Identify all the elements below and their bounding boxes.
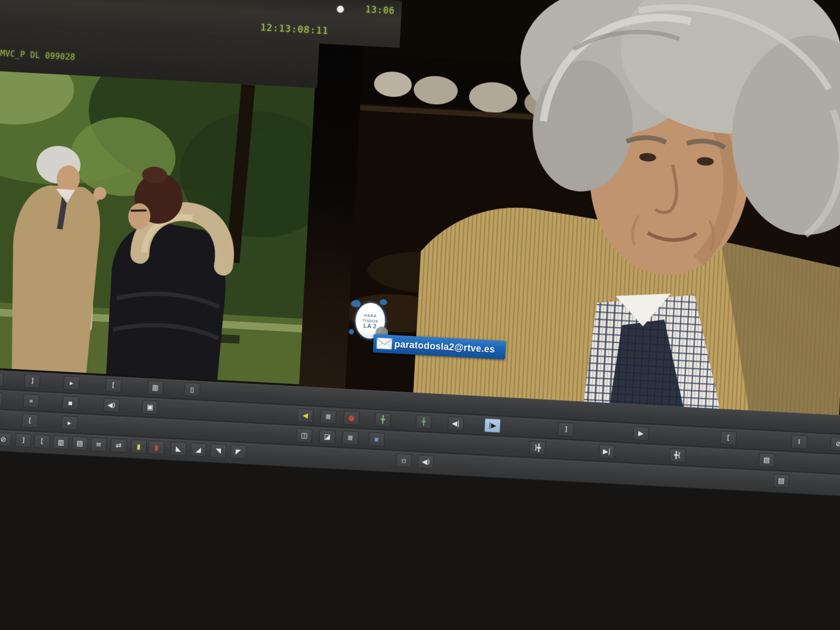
effect-mode-button[interactable]: ▯ — [184, 382, 200, 397]
logo-line-1: PARA — [364, 313, 377, 318]
audio-monitor-button[interactable]: ◀) — [103, 398, 119, 413]
link-toggle-button[interactable]: ⊘ — [0, 432, 12, 447]
trim-right-button[interactable]: ◥ — [210, 444, 226, 458]
stop-button[interactable]: ▪ — [62, 396, 79, 411]
source-monitor-scene — [0, 71, 315, 384]
extend-button[interactable]: ╋[ — [669, 448, 686, 463]
segment-mode-a-button[interactable]: ≡ — [90, 437, 107, 452]
monitor-screen: 12:13:08:11 13:06 MVC_P DL 099028 — [0, 0, 840, 630]
list-view-button[interactable]: ≣ — [342, 430, 359, 445]
play-forward-button[interactable]: ▶ — [633, 426, 649, 441]
track-panel-button[interactable]: ▤ — [759, 453, 775, 468]
focus-button[interactable]: ▫ — [396, 454, 412, 468]
add-marker-button[interactable]: ]╋ — [529, 440, 545, 455]
render-button[interactable]: ╋ — [375, 413, 391, 427]
splice-in-button[interactable]: ◀ — [297, 408, 313, 423]
trim-a-button[interactable]: I — [791, 435, 807, 449]
no-symbol-button[interactable]: ⊘ — [830, 437, 840, 452]
video-track-button[interactable]: ▥ — [53, 435, 69, 450]
step-forward-10-button[interactable]: |▶ — [484, 418, 500, 433]
fast-forward-button[interactable]: » — [23, 394, 39, 408]
dual-monitor-button[interactable]: ◫ — [296, 428, 312, 443]
segment-mode-b-button[interactable]: ⇄ — [110, 438, 127, 453]
overwrite-button[interactable]: ● — [343, 411, 360, 425]
mark-in-a-button[interactable]: [ — [105, 378, 121, 393]
splice-segment-button[interactable]: ▮ — [130, 439, 146, 454]
single-monitor-button[interactable]: ◪ — [319, 429, 335, 444]
mark-out-button[interactable]: ] — [558, 422, 574, 437]
email-text: paratodosla2@rtve.es — [394, 339, 495, 355]
trim-left-button[interactable]: ◣ — [170, 442, 186, 456]
extract-button[interactable]: ≣ — [320, 410, 337, 424]
mark-in-button[interactable]: [ — [720, 431, 737, 446]
slip-button[interactable]: ◤ — [230, 445, 246, 459]
track-grid-button[interactable]: ▤ — [773, 474, 790, 488]
bracket-in-button[interactable]: [ — [34, 434, 50, 449]
step-backward-button[interactable]: ◀| — [448, 416, 464, 431]
clear-mark-button[interactable]: [ — [22, 414, 38, 428]
overwrite-segment-button[interactable]: ▮ — [148, 440, 164, 455]
audio-track-button[interactable]: ▤ — [71, 436, 88, 451]
trim-center-button[interactable]: ◢ — [190, 443, 206, 457]
mark-out-a-button[interactable]: ] — [24, 374, 40, 388]
play-small-button[interactable]: ▸ — [64, 376, 80, 391]
add-edit-button[interactable]: ╋ — [416, 415, 432, 429]
step-forward-button[interactable]: ▶| — [598, 444, 615, 459]
grid-button[interactable]: ▥ — [147, 380, 163, 395]
envelope-icon — [376, 337, 392, 351]
logo-line-3: LA 2 — [363, 323, 377, 329]
source-monitor — [0, 71, 315, 384]
video-quality-button[interactable]: ▪ — [369, 432, 385, 447]
audio-meter-button[interactable]: ◀) — [418, 455, 434, 469]
duration-timecode: 13:06 — [365, 4, 395, 16]
go-to-button[interactable]: ▸ — [61, 416, 78, 430]
effect-button[interactable]: ▣ — [142, 400, 158, 415]
bracket-out-button[interactable]: ] — [15, 433, 32, 448]
